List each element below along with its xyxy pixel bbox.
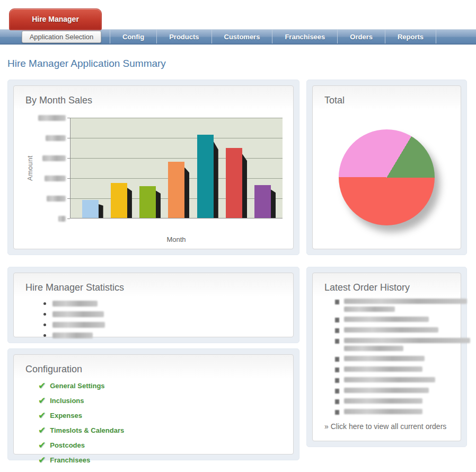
order-item-redacted[interactable] — [335, 398, 450, 404]
check-icon: ✔ — [38, 380, 46, 391]
order-item-redacted[interactable] — [335, 338, 450, 351]
bar-slot — [197, 135, 214, 218]
config-item-label: General Settings — [50, 382, 104, 390]
y-tick-label-redacted — [38, 115, 70, 121]
check-icon: ✔ — [38, 440, 46, 451]
statistic-item-redacted — [43, 311, 283, 317]
nav-tab-reports[interactable]: Reports — [385, 30, 436, 43]
bullet-icon — [43, 313, 46, 316]
total-panel: Total — [306, 80, 467, 255]
list-marker-icon — [335, 399, 339, 404]
config-item-franchisees[interactable]: ✔ Franchisees — [38, 454, 283, 466]
total-title: Total — [324, 95, 450, 106]
dashboard-content: By Month Sales Amount Month Hire Manager… — [0, 80, 476, 460]
config-item-label: Inclusions — [50, 397, 84, 405]
list-marker-icon — [335, 389, 339, 394]
order-item-redacted[interactable] — [335, 388, 450, 394]
statistic-item-redacted — [43, 333, 283, 338]
order-item-redacted[interactable] — [335, 409, 450, 415]
nav-tab-customers[interactable]: Customers — [211, 30, 272, 43]
y-axis-label: Amount — [24, 118, 35, 218]
left-column: By Month Sales Amount Month Hire Manager… — [7, 80, 299, 460]
page-title: Hire Manager Application Summary — [7, 58, 476, 69]
nav-tab-franchisees[interactable]: Franchisees — [272, 30, 337, 43]
view-all-orders-link[interactable]: » Click here to view all current orders — [324, 422, 450, 431]
list-marker-icon — [335, 318, 339, 322]
list-marker-icon — [335, 339, 339, 344]
y-tick-label-redacted — [46, 135, 70, 141]
order-list — [335, 299, 450, 415]
by-month-sales-panel: By Month Sales Amount Month — [7, 80, 299, 255]
bar — [139, 186, 156, 218]
latest-order-history-panel: Latest Order History » Click here to vie… — [306, 267, 467, 447]
nav-tab-config[interactable]: Config — [110, 30, 156, 43]
configuration-list: ✔ General Settings ✔ Inclusions ✔ Expens… — [38, 380, 283, 466]
bar — [82, 200, 99, 218]
bullet-icon — [43, 334, 46, 337]
order-item-redacted[interactable] — [335, 299, 450, 312]
order-item-redacted[interactable] — [335, 327, 450, 333]
statistics-list — [43, 301, 283, 338]
list-marker-icon — [335, 328, 339, 333]
bar-slot — [111, 183, 127, 218]
statistic-item-redacted — [43, 322, 283, 328]
pie-chart — [323, 129, 450, 225]
y-tick-label-redacted — [58, 215, 70, 222]
statistics-title: Hire Manager Statistics — [25, 282, 283, 293]
config-item-inclusions[interactable]: ✔ Inclusions — [38, 395, 283, 406]
y-tick-label-redacted — [42, 155, 70, 161]
nav-tabs: Config Products Customers Franchisees Or… — [110, 30, 436, 43]
check-icon: ✔ — [38, 454, 46, 466]
config-item-expenses[interactable]: ✔ Expenses — [38, 410, 283, 421]
check-icon: ✔ — [38, 395, 46, 406]
list-marker-icon — [335, 410, 339, 415]
bullet-icon — [43, 324, 46, 326]
bar — [226, 148, 242, 218]
config-item-label: Postcodes — [50, 441, 85, 449]
bar-slot — [139, 186, 156, 218]
config-item-label: Expenses — [50, 412, 82, 419]
statistic-item-redacted — [43, 301, 283, 307]
bar-slot — [254, 185, 271, 218]
check-icon: ✔ — [38, 425, 46, 436]
config-item-general-settings[interactable]: ✔ General Settings — [38, 380, 283, 391]
statistics-panel: Hire Manager Statistics — [7, 267, 299, 343]
order-item-redacted[interactable] — [335, 377, 450, 383]
brand-logo-tab[interactable]: Hire Manager — [9, 8, 102, 30]
bar-series — [70, 118, 283, 218]
list-marker-icon — [335, 357, 339, 362]
y-tick-label-redacted — [45, 175, 70, 181]
nav-tab-products[interactable]: Products — [156, 30, 211, 43]
order-item-redacted[interactable] — [335, 356, 450, 362]
nav-tab-orders[interactable]: Orders — [337, 30, 385, 43]
config-item-postcodes[interactable]: ✔ Postcodes — [38, 440, 283, 451]
latest-order-history-title: Latest Order History — [324, 282, 450, 293]
list-marker-icon — [335, 368, 339, 372]
bar-chart-plot — [70, 118, 283, 218]
by-month-sales-title: By Month Sales — [25, 95, 283, 106]
bar — [168, 162, 184, 218]
config-item-label: Franchisees — [50, 456, 90, 464]
config-item-timeslots-calendars[interactable]: ✔ Timeslots & Calendars — [38, 425, 283, 436]
bullet-icon — [43, 302, 46, 305]
bar-slot — [226, 148, 242, 218]
list-marker-icon — [335, 378, 339, 383]
check-icon: ✔ — [38, 410, 46, 421]
bar-chart: Amount — [24, 118, 283, 218]
bar — [254, 185, 271, 218]
bar-slot — [168, 162, 184, 218]
bar — [197, 135, 214, 218]
config-item-label: Timeslots & Calendars — [50, 426, 124, 434]
y-tick-label-redacted — [47, 195, 70, 202]
bar — [111, 183, 127, 218]
right-column: Total Latest Order History » Click here … — [306, 80, 467, 447]
list-marker-icon — [335, 300, 339, 304]
order-item-redacted[interactable] — [335, 366, 450, 372]
bar-slot — [82, 200, 99, 218]
pie-graphic — [339, 129, 435, 225]
application-selection-button[interactable]: Application Selection — [22, 31, 101, 43]
order-item-redacted[interactable] — [335, 317, 450, 322]
x-axis-label: Month — [70, 235, 283, 243]
configuration-title: Configuration — [25, 364, 283, 375]
main-navbar: Application Selection Config Products Cu… — [0, 29, 476, 45]
